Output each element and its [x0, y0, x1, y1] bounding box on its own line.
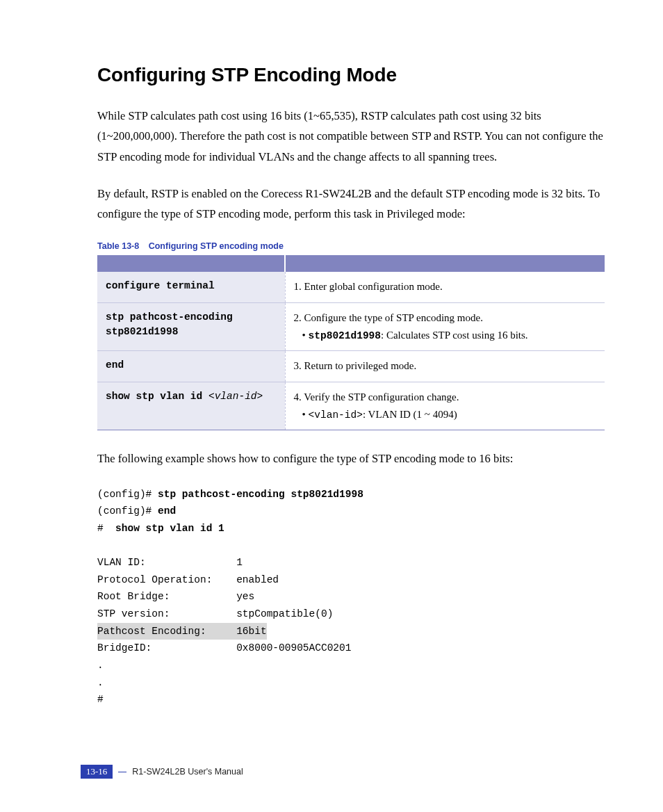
intro-paragraph-2: By default, RSTP is enabled on the Corec… — [97, 184, 605, 225]
description-cell: 3. Return to privileged mode. — [285, 351, 605, 382]
description-cell: 2. Configure the type of STP encoding mo… — [285, 302, 605, 351]
table-row: stp pathcost-encoding stp8021d1998 2. Co… — [97, 302, 605, 351]
command-cell: show stp vlan id <vlan-id> — [97, 382, 285, 430]
command-cell: stp pathcost-encoding stp8021d1998 — [97, 302, 285, 351]
highlighted-output: Pathcost Encoding: 16bit — [97, 623, 267, 640]
step-text: 4. Verify the STP configuration change. — [294, 391, 459, 403]
description-cell: 4. Verify the STP configuration change. … — [285, 382, 605, 430]
table-head-purpose — [285, 255, 605, 272]
table-row: end 3. Return to privileged mode. — [97, 351, 605, 382]
document-title: R1-SW24L2B User's Manual — [132, 767, 243, 777]
table-caption: Table 13-8 Configuring STP encoding mode — [97, 241, 605, 251]
table-caption-number: Table 13-8 — [97, 241, 139, 251]
bullet-item: • stp8021d1998: Calculates STP cost usin… — [294, 327, 596, 343]
description-cell: 1. Enter global configuration mode. — [285, 272, 605, 302]
cli-example: (config)# stp pathcost-encoding stp8021d… — [97, 486, 605, 708]
command-cell: configure terminal — [97, 272, 285, 302]
page-number: 13-16 — [81, 765, 113, 779]
page-footer: 13-16 R1-SW24L2B User's Manual — [81, 765, 243, 779]
footer-rule — [118, 772, 126, 772]
intro-paragraph-1: While STP calculates path cost using 16 … — [97, 106, 605, 167]
bullet-item: • <vlan-id>: VLAN ID (1 ~ 4094) — [294, 407, 596, 423]
config-table: configure terminal 1. Enter global confi… — [97, 255, 605, 430]
command-cell: end — [97, 351, 285, 382]
table-caption-text: Configuring STP encoding mode — [149, 241, 284, 251]
table-row: configure terminal 1. Enter global confi… — [97, 272, 605, 302]
table-head-command — [97, 255, 285, 272]
example-intro: The following example shows how to confi… — [97, 448, 605, 469]
section-heading: Configuring STP Encoding Mode — [97, 64, 605, 86]
table-row: show stp vlan id <vlan-id> 4. Verify the… — [97, 382, 605, 430]
step-text: 2. Configure the type of STP encoding mo… — [294, 312, 483, 323]
